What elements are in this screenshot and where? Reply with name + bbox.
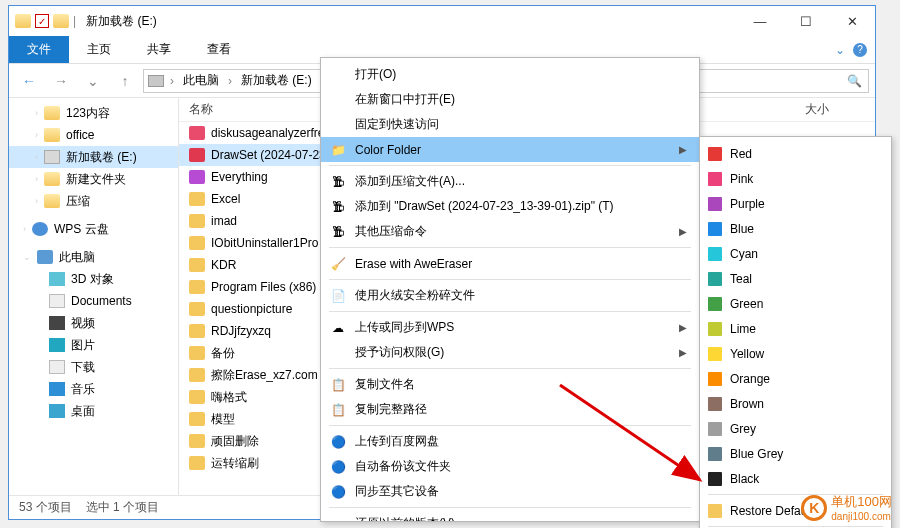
nav-item[interactable]: 图片	[9, 334, 178, 356]
menu-item[interactable]: 🗜添加到压缩文件(A)...	[321, 169, 699, 194]
menu-item[interactable]: 🔵上传到百度网盘	[321, 429, 699, 454]
color-swatch	[708, 247, 722, 261]
color-option[interactable]: Black	[700, 466, 891, 491]
color-option[interactable]: Teal	[700, 266, 891, 291]
color-option[interactable]: Cyan	[700, 241, 891, 266]
copy-icon: 📋	[329, 401, 347, 419]
chevron-down-icon[interactable]: ⌄	[835, 43, 845, 57]
drive-icon	[148, 75, 164, 87]
back-button[interactable]: ←	[15, 67, 43, 95]
color-option[interactable]: Yellow	[700, 341, 891, 366]
color-option[interactable]: Green	[700, 291, 891, 316]
color-swatch	[708, 322, 722, 336]
up-button[interactable]: ↑	[111, 67, 139, 95]
nav-item[interactable]: 视频	[9, 312, 178, 334]
titlebar: ✓ | 新加载卷 (E:) — ☐ ✕	[9, 6, 875, 36]
nav-item[interactable]: 桌面	[9, 400, 178, 422]
forward-button[interactable]: →	[47, 67, 75, 95]
nav-item[interactable]: ›压缩	[9, 190, 178, 212]
header-size[interactable]: 大小	[795, 101, 875, 118]
folder-icon	[189, 390, 205, 404]
folder-icon	[15, 14, 31, 28]
minimize-button[interactable]: —	[737, 6, 783, 36]
nav-pc[interactable]: ⌄此电脑	[9, 246, 178, 268]
color-option[interactable]: Brown	[700, 391, 891, 416]
folder-icon	[189, 280, 205, 294]
color-option[interactable]: Red	[700, 141, 891, 166]
folder-icon	[189, 192, 205, 206]
close-button[interactable]: ✕	[829, 6, 875, 36]
tab-home[interactable]: 主页	[69, 36, 129, 63]
menu-item[interactable]: 📁Color Folder▶	[321, 137, 699, 162]
shred-icon: 📄	[329, 287, 347, 305]
help-icon[interactable]: ?	[853, 43, 867, 57]
zip-icon: 🗜	[329, 198, 347, 216]
nav-item[interactable]: ›office	[9, 124, 178, 146]
color-option[interactable]: Blue Grey	[700, 441, 891, 466]
copy-icon: 📋	[329, 376, 347, 394]
maximize-button[interactable]: ☐	[783, 6, 829, 36]
menu-item[interactable]: 📋复制文件名	[321, 372, 699, 397]
status-count: 53 个项目	[19, 499, 72, 516]
menu-item[interactable]: 授予访问权限(G)▶	[321, 340, 699, 365]
color-option[interactable]: Orange	[700, 366, 891, 391]
folder-icon	[189, 170, 205, 184]
color-swatch	[708, 147, 722, 161]
chevron-right-icon: ▶	[679, 322, 687, 333]
color-swatch	[708, 447, 722, 461]
tab-file[interactable]: 文件	[9, 36, 69, 63]
menu-item[interactable]: 🗜添加到 "DrawSet (2024-07-23_13-39-01).zip"…	[321, 194, 699, 219]
color-option[interactable]: Grey	[700, 416, 891, 441]
nav-item[interactable]: ›新加载卷 (E:)	[9, 146, 178, 168]
nav-item[interactable]: ›123内容	[9, 102, 178, 124]
tab-share[interactable]: 共享	[129, 36, 189, 63]
chevron-right-icon: ▶	[679, 347, 687, 358]
check-icon: ✓	[35, 14, 49, 28]
menu-item[interactable]: 📋复制完整路径	[321, 397, 699, 422]
color-option[interactable]: Pink	[700, 166, 891, 191]
color-option[interactable]: Purple	[700, 191, 891, 216]
menu-item[interactable]: 🔵自动备份该文件夹	[321, 454, 699, 479]
baidu-icon: 🔵	[329, 458, 347, 476]
folder-icon	[708, 504, 722, 518]
folder-icon	[189, 324, 205, 338]
watermark-logo: K	[801, 495, 827, 521]
nav-item[interactable]: ›新建文件夹	[9, 168, 178, 190]
chevron-right-icon: ▶	[679, 144, 687, 155]
color-swatch	[708, 172, 722, 186]
menu-item[interactable]: 📄使用火绒安全粉碎文件	[321, 283, 699, 308]
breadcrumb-pc[interactable]: 此电脑	[180, 72, 222, 89]
folder-icon	[189, 148, 205, 162]
tab-view[interactable]: 查看	[189, 36, 249, 63]
baidu-icon: 🔵	[329, 433, 347, 451]
color-swatch	[708, 372, 722, 386]
color-swatch	[708, 272, 722, 286]
breadcrumb-drive[interactable]: 新加载卷 (E:)	[238, 72, 315, 89]
history-button[interactable]: ⌄	[79, 67, 107, 95]
nav-item[interactable]: 3D 对象	[9, 268, 178, 290]
menu-item[interactable]: 打开(O)	[321, 62, 699, 87]
search-icon: 🔍	[847, 74, 862, 88]
color-option[interactable]: Lime	[700, 316, 891, 341]
menu-item[interactable]: 🔵同步至其它设备	[321, 479, 699, 504]
folder-icon: 📁	[329, 141, 347, 159]
nav-wps[interactable]: ›WPS 云盘	[9, 218, 178, 240]
menu-item[interactable]: 🧹Erase with AweEraser	[321, 251, 699, 276]
nav-item[interactable]: 音乐	[9, 378, 178, 400]
color-option[interactable]: Blue	[700, 216, 891, 241]
eraser-icon: 🧹	[329, 255, 347, 273]
wps-icon: ☁	[329, 319, 347, 337]
menu-item[interactable]: 🗜其他压缩命令▶	[321, 219, 699, 244]
window-title: 新加载卷 (E:)	[86, 13, 157, 30]
menu-item[interactable]: 还原以前的版本(V)	[321, 511, 699, 522]
watermark: K 单机100网 danji100.com	[801, 493, 892, 522]
menu-item[interactable]: ☁上传或同步到WPS▶	[321, 315, 699, 340]
color-swatch	[708, 472, 722, 486]
menu-item[interactable]: 固定到快速访问	[321, 112, 699, 137]
status-selected: 选中 1 个项目	[86, 499, 159, 516]
folder-icon	[189, 258, 205, 272]
nav-item[interactable]: Documents	[9, 290, 178, 312]
nav-item[interactable]: 下载	[9, 356, 178, 378]
menu-item[interactable]: 在新窗口中打开(E)	[321, 87, 699, 112]
color-swatch	[708, 422, 722, 436]
